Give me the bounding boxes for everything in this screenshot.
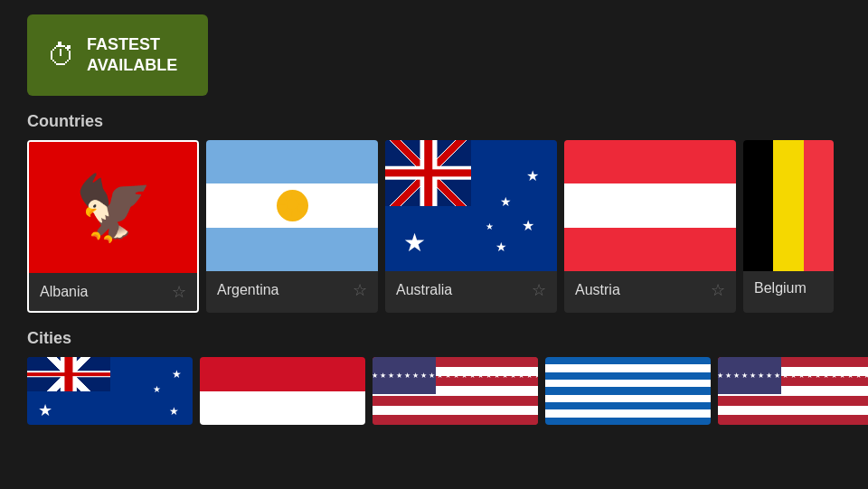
aus-star-right4: ★	[486, 221, 494, 231]
country-card-albania[interactable]: 🦅 Albania ☆	[27, 140, 199, 313]
austria-name-bar: Austria ☆	[564, 271, 736, 309]
usa-stars: ★★★★★★★★★★★★★★★★★★★★★★★★★★★★★★★★★★★★★★★★…	[373, 371, 538, 380]
usa2-canton: ★★★★★★★★★★★★★★★★★★★★★★★★★★★★★★★★★★★★★★★★…	[718, 357, 781, 394]
city-flag-usa: ★★★★★★★★★★★★★★★★★★★★★★★★★★★★★★★★★★★★★★★★…	[373, 357, 538, 425]
arg-mid-stripe	[206, 183, 378, 228]
usa2-stars: ★★★★★★★★★★★★★★★★★★★★★★★★★★★★★★★★★★★★★★★★…	[718, 371, 868, 380]
flag-austria	[564, 140, 736, 271]
usa2-s7	[718, 415, 868, 425]
australia-star-icon[interactable]: ☆	[532, 280, 546, 300]
city-aus-star2: ★	[172, 368, 182, 381]
austria-bot-red	[564, 228, 736, 271]
aus-star-right3: ★	[522, 217, 534, 234]
austria-star-icon[interactable]: ☆	[711, 280, 725, 300]
albania-label: Albania	[40, 284, 88, 300]
countries-section-title: Countries	[27, 112, 868, 131]
idn-red	[200, 357, 365, 391]
aus-star-right5: ★	[495, 240, 507, 254]
city-card-greece[interactable]	[545, 357, 711, 425]
argentina-sun-icon	[277, 190, 308, 221]
arg-top-stripe	[206, 140, 378, 183]
cities-section: Cities ★ ★ ★ ★	[0, 329, 868, 425]
argentina-label: Argentina	[217, 282, 279, 298]
city-card-usa2[interactable]: ★★★★★★★★★★★★★★★★★★★★★★★★★★★★★★★★★★★★★★★★…	[718, 357, 868, 425]
usa-stripe7	[373, 415, 538, 425]
albania-name-bar: Albania ☆	[29, 273, 197, 311]
fastest-available-label: FASTEST AVAILABLE	[87, 34, 188, 77]
flag-belgium	[743, 140, 834, 271]
grc-s6	[545, 395, 711, 402]
city-card-usa[interactable]: ★★★★★★★★★★★★★★★★★★★★★★★★★★★★★★★★★★★★★★★★…	[373, 357, 538, 425]
country-card-australia[interactable]: ★ ★ ★ ★ ★ ★ Australia ☆	[385, 140, 557, 313]
austria-label: Austria	[575, 282, 620, 298]
city-aus-star4: ★	[169, 405, 179, 418]
city-card-australia[interactable]: ★ ★ ★ ★	[27, 357, 193, 425]
cities-section-title: Cities	[27, 329, 868, 348]
country-card-argentina[interactable]: Argentina ☆	[206, 140, 378, 313]
argentina-star-icon[interactable]: ☆	[353, 280, 367, 300]
flag-argentina	[206, 140, 378, 271]
uk-v-red	[424, 140, 433, 206]
austria-top-red	[564, 140, 736, 183]
usa-stripe6	[373, 406, 538, 416]
belgium-yellow	[773, 140, 803, 271]
argentina-name-bar: Argentina ☆	[206, 271, 378, 309]
albania-eagle-icon: 🦅	[74, 176, 153, 240]
belgium-red	[804, 140, 834, 271]
city-flag-usa2: ★★★★★★★★★★★★★★★★★★★★★★★★★★★★★★★★★★★★★★★★…	[718, 357, 868, 425]
grc-s9	[545, 418, 711, 425]
cities-row: ★ ★ ★ ★ ★★★★★★★★	[0, 357, 868, 425]
grc-s7	[545, 402, 711, 409]
arg-bot-stripe	[206, 228, 378, 271]
flag-albania: 🦅	[29, 142, 197, 273]
belgium-name-bar: Belgium	[743, 271, 834, 306]
countries-row: 🦅 Albania ☆ Argentina ☆	[0, 140, 868, 313]
belgium-black	[743, 140, 773, 271]
grc-s1	[545, 357, 711, 364]
flag-australia: ★ ★ ★ ★ ★ ★	[385, 140, 557, 271]
speed-icon: ⏱	[47, 39, 76, 72]
aus-star-main: ★	[403, 228, 426, 258]
city-flag-indonesia	[200, 357, 365, 425]
usa2-s5	[718, 396, 868, 406]
belgium-label: Belgium	[754, 280, 807, 296]
country-card-belgium[interactable]: Belgium	[743, 140, 834, 313]
grc-s3	[545, 372, 711, 380]
grc-s4	[545, 380, 711, 387]
aus-star-right: ★	[526, 167, 539, 184]
city-flag-greece	[545, 357, 711, 425]
usa2-s6	[718, 406, 868, 416]
caus-vr	[64, 357, 72, 391]
austria-white	[564, 183, 736, 227]
usa-stripe5	[373, 396, 538, 406]
australia-label: Australia	[396, 282, 452, 298]
grc-s8	[545, 409, 711, 417]
city-flag-australia: ★ ★ ★ ★	[27, 357, 193, 425]
city-aus-star3: ★	[153, 384, 161, 394]
australia-name-bar: Australia ☆	[385, 271, 557, 309]
top-section: ⏱ FASTEST AVAILABLE	[0, 0, 868, 96]
usa-canton: ★★★★★★★★★★★★★★★★★★★★★★★★★★★★★★★★★★★★★★★★…	[373, 357, 436, 394]
albania-star-icon[interactable]: ☆	[172, 282, 186, 302]
country-card-austria[interactable]: Austria ☆	[564, 140, 736, 313]
aus-star-right2: ★	[500, 194, 512, 209]
fastest-available-button[interactable]: ⏱ FASTEST AVAILABLE	[27, 14, 208, 96]
city-aus-star1: ★	[38, 400, 52, 420]
city-aus-uj	[27, 357, 110, 391]
idn-white	[200, 391, 365, 426]
grc-s2	[545, 364, 711, 371]
uk-top-left	[385, 140, 471, 206]
city-card-indonesia[interactable]	[200, 357, 365, 425]
grc-s5	[545, 387, 711, 394]
